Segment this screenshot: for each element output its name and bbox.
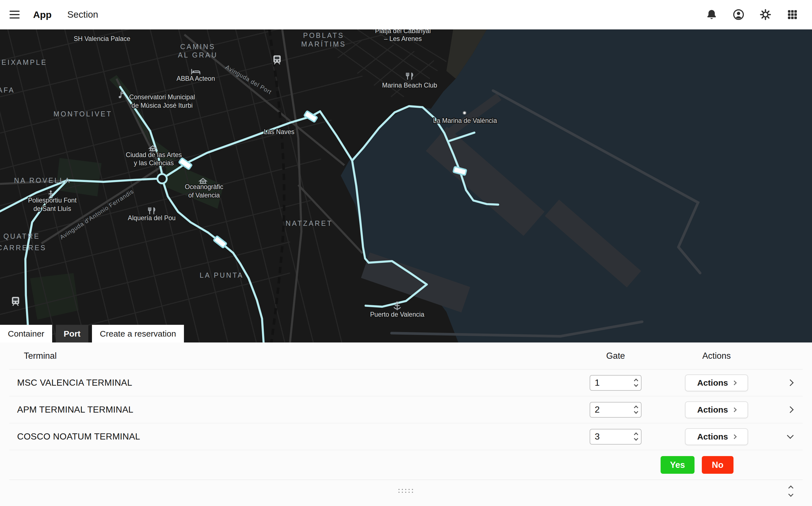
panel-resize-stepper[interactable] <box>787 486 794 497</box>
yes-button[interactable]: Yes <box>661 456 695 474</box>
tab-container[interactable]: Container <box>0 325 52 342</box>
map-label-quatre-2: CARRERES <box>0 244 46 252</box>
top-bar: App Section <box>0 0 812 29</box>
terminal-name: COSCO NOATUM TERMINAL <box>9 431 590 442</box>
panel-tabs: Container Port Create a reservation <box>0 325 184 342</box>
map-label-ciudad-2: y las Ciencias <box>134 159 174 167</box>
no-button[interactable]: No <box>702 456 733 474</box>
actions-button[interactable]: Actions <box>685 374 748 391</box>
gate-stepper[interactable] <box>590 375 641 391</box>
marina-poi-dot <box>463 111 466 115</box>
map-label-sh-valencia-palace: SH Valencia Palace <box>74 35 130 43</box>
column-header-terminal: Terminal <box>9 351 590 361</box>
map-region: SH Valencia Palace CAMINS AL GRAU POBLAT… <box>0 29 812 342</box>
map-label-natzaret: NATZARET <box>286 219 333 227</box>
tab-port[interactable]: Port <box>56 325 88 342</box>
map-label-platja-1: Platja del Cabanyal <box>375 29 431 34</box>
map-label-camins-2: AL GRAU <box>178 51 218 59</box>
menu-icon[interactable] <box>7 6 25 23</box>
map-label-camins-1: CAMINS <box>180 43 216 51</box>
map-label-las-naves: Las Naves <box>264 128 294 136</box>
map-label-la-punta: LA PUNTA <box>200 271 244 279</box>
map-label-poblats-2: MARÍTIMS <box>301 40 346 48</box>
column-header-gate: Gate <box>590 351 641 361</box>
map-label-marina-beach-club: Marina Beach Club <box>382 82 437 89</box>
map-label-poliesportiu-2: de Sant Lluís <box>33 205 71 212</box>
account-button[interactable] <box>728 4 749 25</box>
map-label-poblats-1: POBLATS <box>303 31 344 39</box>
terminal-name: MSC VALENCIA TERMINAL <box>9 377 590 388</box>
tab-create-reservation[interactable]: Create a reservation <box>92 325 184 342</box>
map-label-quatre-1: QUATRE <box>3 232 40 240</box>
column-header-actions: Actions <box>685 351 748 361</box>
map-label-oceanografic-2: of Valencia <box>188 191 220 199</box>
panel-footer <box>9 480 803 502</box>
terminal-name: APM TERMINAL TERMINAL <box>9 405 590 415</box>
valencia-port-map[interactable]: SH Valencia Palace CAMINS AL GRAU POBLAT… <box>0 29 812 342</box>
chevron-down-icon <box>787 432 794 439</box>
chevron-right-icon <box>732 434 736 439</box>
map-label-abba-acteon: ABBA Acteon <box>177 75 215 82</box>
chevron-right-icon <box>732 407 736 412</box>
map-label-conservatori-1: Conservatori Municipal <box>129 93 195 101</box>
map-label-oceanografic-1: Oceanogràfic <box>185 183 223 190</box>
chevron-right-icon <box>787 406 794 413</box>
chevron-right-icon <box>732 381 736 385</box>
map-label-conservatori-2: de Música José Iturbi <box>131 102 193 109</box>
map-label-na-rovella: NA ROVELLA <box>14 176 71 184</box>
map-label-ruzafa: AFA <box>0 86 15 94</box>
table-row: MSC VALENCIA TERMINAL Actions <box>9 369 803 396</box>
map-label-ciudad-1: Ciudad de las Artes <box>126 151 182 159</box>
map-label-montolivet: MONTOLIVET <box>54 110 112 118</box>
map-label-puerto-de-valencia: Puerto de Valencia <box>370 311 424 318</box>
resize-grip[interactable] <box>398 489 414 494</box>
stepper-arrows-icon[interactable] <box>634 433 638 440</box>
chevron-up-icon <box>788 486 793 491</box>
map-label-la-marina: La Marina de València <box>433 117 497 124</box>
table-row: APM TERMINAL TERMINAL Actions <box>9 396 803 423</box>
account-icon <box>732 8 745 21</box>
confirm-row: Yes No <box>9 450 803 480</box>
settings-icon <box>759 8 772 21</box>
map-label-platja-2: – Les Arenes <box>384 35 422 43</box>
row-expand-button[interactable] <box>782 428 799 445</box>
table-row: COSCO NOATUM TERMINAL Actions <box>9 423 803 450</box>
table-header-row: Terminal Gate Actions <box>9 342 803 369</box>
chevron-right-icon <box>787 379 794 386</box>
gate-stepper[interactable] <box>590 402 641 418</box>
map-label-alqueria: Alquería del Pou <box>128 214 176 222</box>
bell-icon <box>705 8 718 21</box>
app-title: App <box>33 9 52 20</box>
chevron-down-icon <box>788 492 793 497</box>
settings-button[interactable] <box>755 4 776 25</box>
stepper-arrows-icon[interactable] <box>634 379 638 386</box>
actions-button[interactable]: Actions <box>685 401 748 418</box>
map-roundabout <box>157 174 167 183</box>
apps-grid-icon <box>786 8 799 21</box>
actions-button[interactable]: Actions <box>685 428 748 445</box>
gate-input[interactable] <box>595 431 634 442</box>
map-label-eixample: EIXAMPLE <box>1 58 47 66</box>
section-title: Section <box>67 9 98 20</box>
app-window: App Section <box>0 0 812 506</box>
row-expand-button[interactable] <box>782 401 799 418</box>
gate-stepper[interactable] <box>590 429 641 444</box>
row-expand-button[interactable] <box>782 374 799 391</box>
apps-button[interactable] <box>782 4 802 25</box>
gate-input[interactable] <box>595 405 634 415</box>
gate-input[interactable] <box>595 377 634 388</box>
notifications-button[interactable] <box>702 4 722 25</box>
terminal-panel: Terminal Gate Actions MSC VALENCIA TERMI… <box>0 342 812 506</box>
stepper-arrows-icon[interactable] <box>634 406 638 413</box>
map-label-poliesportiu-1: Poliesportiu Font <box>28 197 77 204</box>
